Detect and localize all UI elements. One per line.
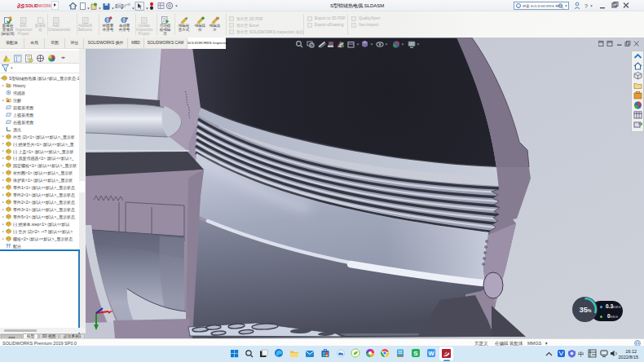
svg-text:16:12: 16:12 bbox=[625, 349, 637, 354]
svg-text:2022/8/15: 2022/8/15 bbox=[619, 355, 638, 360]
svg-text:中: 中 bbox=[578, 351, 584, 358]
svg-text:S: S bbox=[413, 350, 418, 357]
svg-text:SOLIDWORKS: SOLIDWORKS bbox=[25, 3, 51, 8]
svg-text:∂S: ∂S bbox=[17, 2, 25, 9]
svg-text:W: W bbox=[428, 350, 434, 357]
svg-text:?: ? bbox=[584, 3, 588, 9]
